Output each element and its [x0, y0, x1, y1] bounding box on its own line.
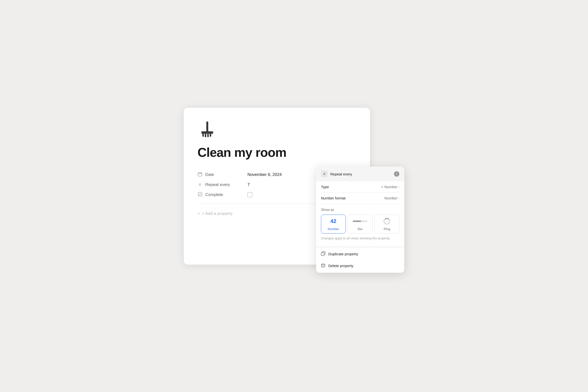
- svg-rect-10: [198, 192, 202, 196]
- number-format-chevron-icon: ›: [398, 196, 399, 200]
- complete-label: Complete: [205, 192, 244, 197]
- number-format-value-button[interactable]: Number ›: [384, 196, 399, 200]
- bar-option-label: Bar: [358, 227, 362, 231]
- svg-rect-2: [202, 134, 204, 137]
- type-value-button[interactable]: # Number ›: [381, 185, 399, 189]
- svg-rect-13: [322, 264, 325, 267]
- svg-rect-1: [202, 131, 213, 134]
- show-as-options: 42 Number Bar: [321, 214, 399, 234]
- popup-actions: Duplicate property Delete property: [316, 247, 404, 273]
- type-label: Type: [321, 185, 329, 189]
- duplicate-icon: [321, 251, 325, 257]
- ring-visual: [384, 218, 390, 225]
- repeat-value: 7: [248, 182, 250, 187]
- duplicate-label: Duplicate property: [328, 252, 358, 256]
- type-hash-icon: #: [381, 185, 383, 189]
- info-button[interactable]: i: [394, 171, 399, 177]
- number-format-value: Number: [384, 196, 398, 200]
- number-option-label: Number: [328, 227, 339, 231]
- apply-note: Changes apply to all views showing this …: [321, 234, 399, 245]
- popup-header: # i: [316, 166, 404, 181]
- popup-hash-icon: #: [321, 170, 328, 178]
- popup-panel: # i Type # Number › Number format: [316, 166, 404, 273]
- calendar-icon: [198, 172, 202, 178]
- trash-icon: [321, 263, 325, 268]
- add-icon: +: [198, 211, 200, 216]
- svg-rect-3: [205, 134, 206, 137]
- duplicate-property-button[interactable]: Duplicate property: [316, 248, 404, 260]
- type-row: Type # Number ›: [321, 181, 399, 192]
- type-value: Number: [384, 185, 398, 189]
- popup-body: Type # Number › Number format Number ›: [316, 181, 404, 247]
- page-title: Clean my room: [198, 145, 356, 160]
- svg-rect-12: [321, 252, 324, 256]
- delete-label: Delete property: [328, 264, 354, 268]
- broom-icon: [198, 120, 217, 139]
- complete-checkbox[interactable]: [248, 192, 252, 197]
- date-label: Date: [205, 172, 244, 177]
- add-property-label: + Add a property: [202, 211, 232, 216]
- bar-visual-container: [353, 217, 368, 225]
- date-value: November 6, 2024: [248, 172, 282, 177]
- number-format-row: Number format Number ›: [321, 192, 399, 204]
- number-format-label: Number format: [321, 196, 346, 200]
- show-as-ring-option[interactable]: Ring: [374, 214, 399, 234]
- svg-rect-6: [198, 173, 202, 176]
- scene: Clean my room Date November 6, 2024 #: [184, 108, 404, 284]
- show-as-bar-option[interactable]: Bar: [348, 214, 372, 234]
- ring-visual-container: [384, 217, 390, 225]
- type-chevron-icon: ›: [398, 185, 399, 189]
- bar-visual: [353, 220, 368, 222]
- repeat-label: Repeat every: [205, 182, 244, 187]
- popup-title-input[interactable]: [330, 172, 392, 176]
- ring-option-label: Ring: [384, 227, 390, 231]
- svg-rect-0: [206, 122, 208, 132]
- checkbox-icon: [198, 192, 202, 197]
- repeat-hash-icon: #: [198, 182, 202, 187]
- number-visual: 42: [330, 217, 336, 225]
- svg-rect-5: [210, 134, 211, 137]
- svg-rect-4: [207, 134, 209, 137]
- show-as-number-option[interactable]: 42 Number: [321, 214, 346, 234]
- show-as-label: Show as: [321, 208, 399, 212]
- delete-property-button[interactable]: Delete property: [316, 260, 404, 272]
- show-as-section: Show as 42 Number Bar: [321, 204, 399, 247]
